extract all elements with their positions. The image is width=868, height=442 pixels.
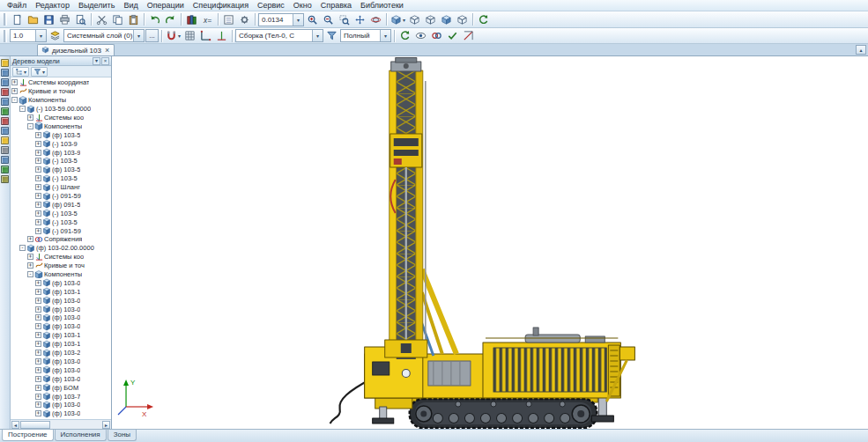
section-view-button[interactable] <box>461 29 476 43</box>
tree-expander-icon[interactable]: + <box>35 166 41 173</box>
tree-item[interactable]: +(ф) 103-0 <box>11 365 111 374</box>
tree-item[interactable]: +(-) 103-5 <box>11 174 111 183</box>
tree-expander-icon[interactable]: + <box>35 141 41 147</box>
tree-expander-icon[interactable]: + <box>35 306 41 313</box>
panel-menu-icon[interactable]: ▾ <box>93 57 100 65</box>
tree-item[interactable]: -Компоненты <box>11 96 111 105</box>
tree-expander-icon[interactable]: - <box>19 245 26 251</box>
new-document-button[interactable] <box>10 12 25 26</box>
zoom-in-button[interactable] <box>305 12 320 26</box>
tree-item[interactable]: +(ф) 103-0 <box>11 322 111 331</box>
tree-item[interactable]: +(-) 103-5 <box>11 217 111 226</box>
tree-expander-icon[interactable]: + <box>35 350 41 356</box>
cursor-step-combo[interactable]: 1.0 ▾ <box>10 29 47 42</box>
refresh-view-button[interactable] <box>476 12 491 26</box>
model-viewport[interactable]: Y X <box>112 56 868 429</box>
tree-expander-icon[interactable]: + <box>27 254 33 260</box>
tree-item[interactable]: +(ф) 103-2 <box>11 349 111 357</box>
compact-panel-measure-button[interactable] <box>1 117 9 125</box>
compact-panel-edit-button[interactable] <box>1 59 9 67</box>
perspective-button[interactable] <box>455 12 470 26</box>
tree-expander-icon[interactable]: + <box>35 298 41 304</box>
tree-expander-icon[interactable]: + <box>11 79 18 85</box>
tree-expander-icon[interactable]: + <box>35 193 41 199</box>
chevron-down-icon[interactable]: ▾ <box>35 30 46 41</box>
undo-button[interactable] <box>147 12 162 26</box>
tree-expander-icon[interactable]: + <box>35 401 41 408</box>
rotate-view-button[interactable] <box>368 12 383 26</box>
tree-item[interactable]: -Компоненты <box>11 122 111 130</box>
menu-libraries[interactable]: Библиотеки <box>356 0 408 11</box>
close-icon[interactable]: × <box>104 47 110 54</box>
chevron-down-icon[interactable]: ▾ <box>312 30 323 41</box>
drill-rig-model[interactable] <box>330 58 635 429</box>
scroll-right-icon[interactable]: ▸ <box>102 421 110 429</box>
display-mode-combo[interactable]: Сборка (Тел-0, С ▾ <box>235 29 323 42</box>
tab-scroll-button[interactable]: ▴ <box>856 45 866 55</box>
tree-item[interactable]: +(ф) 103-0 <box>11 374 111 383</box>
tree-item[interactable]: +(ф) БОМ <box>11 383 111 392</box>
tree-expander-icon[interactable]: + <box>35 394 41 400</box>
tree-composition-button[interactable]: ▾ <box>31 67 48 77</box>
copy-button[interactable] <box>110 12 125 26</box>
status-tab-zones[interactable]: Зоны <box>108 430 137 441</box>
status-tab-versions[interactable]: Исполнения <box>55 430 107 441</box>
chevron-down-icon[interactable]: ▾ <box>133 30 144 41</box>
tree-expander-icon[interactable]: + <box>35 323 41 329</box>
save-button[interactable] <box>41 12 56 26</box>
compact-panel-auxiliary-button[interactable] <box>1 88 9 96</box>
tree-expander-icon[interactable]: + <box>27 262 33 269</box>
toolbar-grip[interactable] <box>4 13 7 26</box>
chevron-down-icon[interactable]: ▾ <box>293 14 303 26</box>
tree-item[interactable]: +(-) 103-5 <box>11 209 111 217</box>
compact-panel-parametrization-button[interactable] <box>1 166 9 173</box>
tree-expander-icon[interactable]: + <box>35 175 41 181</box>
tree-expander-icon[interactable]: + <box>11 88 18 94</box>
tree-item[interactable]: +Системы коо <box>11 253 111 262</box>
menu-specification[interactable]: Спецификация <box>189 0 253 11</box>
tree-item[interactable]: +(-) 103-5 <box>11 157 111 166</box>
detail-level-combo[interactable]: Полный ▾ <box>340 29 391 42</box>
menu-editor[interactable]: Редактор <box>31 0 74 11</box>
tree-item[interactable]: +(ф) 103-7 <box>11 392 111 401</box>
tree-item[interactable]: +(ф) 103-0 <box>11 313 111 322</box>
compact-panel-arrays-button[interactable] <box>1 98 9 106</box>
library-manager-button[interactable] <box>184 12 199 26</box>
tree-expander-icon[interactable]: + <box>35 184 41 190</box>
tree-item[interactable]: -Компоненты <box>11 270 111 279</box>
rebuild-button[interactable] <box>397 29 412 43</box>
tree-item[interactable]: +Кривые и точки <box>11 87 111 96</box>
menu-service[interactable]: Сервис <box>253 0 289 11</box>
tree-item[interactable]: +Сопряжения <box>11 235 111 244</box>
compact-panel-curves-button[interactable] <box>1 107 9 115</box>
tree-item[interactable]: +(ф) 103-0 <box>11 305 111 313</box>
hide-components-button[interactable] <box>413 29 428 43</box>
tree-item[interactable]: +(ф) 103-9 <box>11 148 111 157</box>
tree-item[interactable]: +(ф) 103-1 <box>11 331 111 340</box>
redo-button[interactable] <box>163 12 178 26</box>
compact-panel-properties-button[interactable] <box>1 175 9 183</box>
menu-file[interactable]: Файл <box>3 0 31 11</box>
compact-panel-reports-button[interactable] <box>1 146 9 154</box>
tree-expander-icon[interactable]: + <box>35 314 41 320</box>
tree-item[interactable]: +(ф) 103-0 <box>11 278 111 287</box>
zoom-area-button[interactable] <box>337 12 352 26</box>
tree-item[interactable]: -(ф) 103-02.00.0000 <box>11 244 111 253</box>
layers-button[interactable] <box>48 29 63 43</box>
scroll-thumb[interactable] <box>20 421 50 429</box>
check-collisions-button[interactable] <box>445 29 460 43</box>
tree-expander-icon[interactable]: + <box>35 202 41 208</box>
tree-expander-icon[interactable]: + <box>35 280 41 286</box>
menu-window[interactable]: Окно <box>289 0 316 11</box>
mate-button[interactable] <box>429 29 444 43</box>
tree-expander-icon[interactable]: - <box>27 123 33 129</box>
compact-panel-specification-button[interactable] <box>1 136 9 144</box>
tree-expander-icon[interactable]: + <box>35 367 41 373</box>
shaded-display-button[interactable] <box>439 12 454 26</box>
tree-item[interactable]: +Кривые и точ <box>11 262 111 270</box>
status-tab-construction[interactable]: Построение <box>2 430 54 441</box>
tree-horizontal-scrollbar[interactable]: ◂ ▸ <box>11 419 111 429</box>
tree-expander-icon[interactable]: + <box>35 228 41 234</box>
tree-expander-icon[interactable]: + <box>35 376 41 382</box>
tree-expander-icon[interactable]: + <box>35 289 41 295</box>
